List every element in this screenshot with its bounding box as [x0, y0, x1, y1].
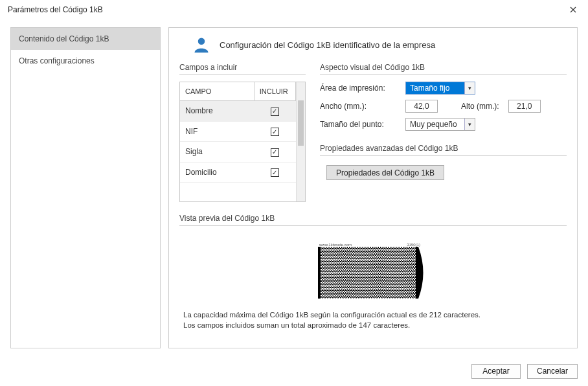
cell-campo: NIF [180, 121, 254, 142]
sidebar-item-label: Otras configuraciones [19, 56, 95, 65]
fields-group-title: Campos a incluir [179, 63, 306, 75]
table-row[interactable]: NIF ✓ [180, 121, 296, 142]
col-header-campo[interactable]: CAMPO [180, 82, 254, 101]
scrollbar-thumb[interactable] [298, 100, 304, 146]
area-combo[interactable]: Tamaño fijo ▾ [405, 82, 475, 95]
include-checkbox[interactable]: ✓ [271, 148, 279, 157]
ancho-input[interactable]: 42,0 [405, 100, 438, 113]
col-header-incluir[interactable]: INCLUIR [254, 82, 295, 101]
cell-campo: Sigla [180, 142, 254, 163]
sidebar-item-label: Contenido del Código 1kB [19, 34, 109, 43]
main-panel: Configuración del Código 1kB identificat… [168, 27, 578, 348]
title-bar: Parámetros del Código 1kB [0, 0, 588, 19]
panel-header-text: Configuración del Código 1kB identificat… [220, 40, 435, 50]
sidebar: Contenido del Código 1kB Otras configura… [10, 27, 161, 348]
table-row[interactable]: Nombre ✓ [180, 101, 296, 122]
svg-point-0 [198, 38, 205, 45]
ok-button[interactable]: Aceptar [471, 364, 521, 379]
include-checkbox[interactable]: ✓ [271, 168, 279, 177]
close-icon[interactable] [558, 0, 588, 19]
capacity-note: La capacidad máxima del Código 1kB según… [179, 310, 567, 330]
barcode-top-right-label: 3150(1) [407, 243, 420, 247]
user-icon [192, 36, 210, 54]
svg-rect-8 [318, 247, 418, 299]
barcode-icon [318, 247, 428, 299]
dialog-body: Contenido del Código 1kB Otras configura… [0, 19, 588, 356]
svg-rect-9 [318, 247, 321, 299]
alto-label: Alto (mm.): [461, 102, 499, 111]
visual-group-title: Aspecto visual del Código 1kB [320, 63, 567, 75]
cell-campo: Nombre [180, 101, 254, 122]
table-row[interactable]: Sigla ✓ [180, 142, 296, 163]
punto-label: Tamaño del punto: [320, 120, 401, 129]
window-title: Parámetros del Código 1kB [8, 5, 558, 14]
ancho-label: Ancho (mm.): [320, 102, 401, 111]
barcode-preview: www.1kbcode.com 3150(1) [318, 243, 428, 299]
advanced-group-title: Propiedades avanzadas del Código 1kB [320, 144, 567, 156]
sidebar-item-contenido[interactable]: Contenido del Código 1kB [11, 28, 160, 50]
barcode-top-left-label: www.1kbcode.com [319, 243, 352, 247]
punto-combo[interactable]: Muy pequeño ▾ [405, 118, 475, 131]
preview-group-title: Vista previa del Código 1kB [179, 214, 567, 226]
panel-header: Configuración del Código 1kB identificat… [179, 36, 567, 54]
alto-input[interactable]: 21,0 [508, 100, 541, 113]
chevron-down-icon[interactable]: ▾ [464, 119, 475, 130]
area-combo-value: Tamaño fijo [406, 82, 464, 94]
chevron-down-icon[interactable]: ▾ [464, 82, 475, 94]
include-checkbox[interactable]: ✓ [271, 128, 279, 136]
table-scrollbar[interactable] [296, 82, 305, 201]
area-label: Área de impresión: [320, 84, 401, 93]
include-checkbox[interactable]: ✓ [271, 108, 279, 116]
sidebar-item-otras[interactable]: Otras configuraciones [11, 50, 160, 72]
dialog-footer: Aceptar Cancelar [0, 356, 588, 386]
punto-combo-value: Muy pequeño [406, 119, 464, 130]
table-row[interactable]: Domicilio ✓ [180, 162, 296, 183]
advanced-properties-button[interactable]: Propiedades del Código 1kB [326, 165, 444, 180]
svg-rect-10 [416, 247, 418, 299]
cancel-button[interactable]: Cancelar [527, 364, 578, 379]
cell-campo: Domicilio [180, 162, 254, 183]
fields-table: CAMPO INCLUIR Nombre ✓ NIF ✓ [179, 82, 306, 202]
